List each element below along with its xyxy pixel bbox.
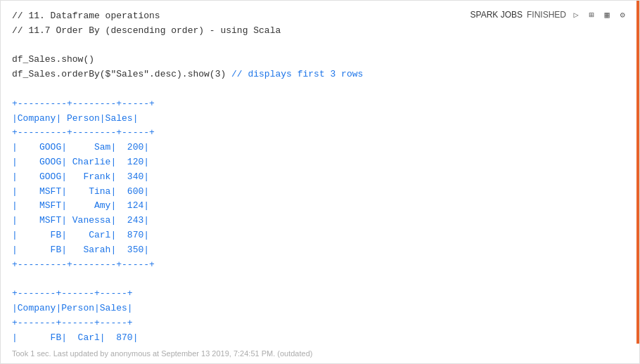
settings-icon[interactable]: ⚙ — [617, 9, 628, 20]
cell-content: // 11. Dataframe operations // 11.7 Orde… — [1, 1, 639, 344]
code-line-2-comment: // displays first 3 rows — [231, 69, 363, 79]
cell-toolbar: SPARK JOBS FINISHED ▷ ⊞ ▦ ⚙ — [468, 9, 628, 20]
table1-border-bot: +---------+--------+-----+ — [12, 258, 625, 273]
code-line-2-start: df_Sales.orderBy($"Sales".desc).show(3) — [12, 69, 231, 79]
spark-jobs-label: SPARK JOBS — [471, 10, 523, 20]
run-icon[interactable]: ▷ — [570, 9, 582, 20]
table1-row-5: | MSFT| Amy| 124| — [12, 199, 625, 214]
blank-line-1 — [12, 39, 625, 53]
table1-border-top: +---------+--------+-----+ — [12, 97, 625, 112]
table1-row-8: | FB| Sarah| 350| — [12, 243, 625, 258]
table2-border-mid: +-------+------+-----+ — [12, 316, 625, 331]
code-line-1: df_Sales.show() — [12, 53, 625, 67]
status-badge: FINISHED — [527, 10, 566, 20]
table1-row-2: | GOOG| Charlie| 120| — [12, 155, 625, 170]
table2-border-top: +-------+------+-----+ — [12, 287, 625, 301]
table1-row-3: | GOOG| Frank| 340| — [12, 170, 625, 185]
cell-container: SPARK JOBS FINISHED ▷ ⊞ ▦ ⚙ // 11. Dataf… — [0, 0, 640, 364]
table1-row-7: | FB| Carl| 870| — [12, 228, 625, 243]
code-line-2: df_Sales.orderBy($"Sales".desc).show(3) … — [12, 67, 625, 82]
table1-row-1: | GOOG| Sam| 200| — [12, 141, 625, 155]
blank-line-3 — [12, 272, 625, 287]
footer-text: Took 1 sec. Last updated by anonymous at… — [1, 344, 639, 363]
blank-line-2 — [12, 82, 625, 97]
table2-header: |Company|Person|Sales| — [12, 301, 625, 316]
table1-row-4: | MSFT| Tina| 600| — [12, 185, 625, 200]
table1-border-mid: +---------+--------+-----+ — [12, 126, 625, 141]
table2-row-1: | FB| Carl| 870| — [12, 331, 625, 344]
comment-line-2: // 11.7 Order By (descending order) - us… — [12, 24, 625, 39]
orange-bar — [636, 1, 639, 344]
spark-jobs-section: SPARK JOBS — [468, 10, 523, 20]
layout-icon[interactable]: ⊞ — [586, 9, 597, 20]
table1-row-6: | MSFT| Vanessa| 243| — [12, 214, 625, 228]
table1-header: |Company| Person|Sales| — [12, 112, 625, 126]
table-icon[interactable]: ▦ — [601, 9, 613, 20]
